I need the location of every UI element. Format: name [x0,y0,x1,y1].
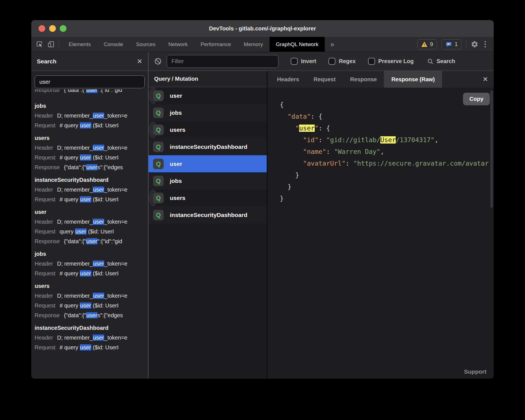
search-result-line[interactable]: HeaderD; remember_user_token=e [35,293,145,299]
result-section-title[interactable]: jobs [35,103,145,109]
detail-tab-headers[interactable]: Headers [270,71,306,88]
result-line-content: # query user ($id: UserI [60,154,119,161]
search-result-line[interactable]: Response{"data":{"users":{"edges [35,312,145,319]
search-result-line[interactable]: Request# query user ($id: UserI [35,122,145,129]
checkbox-icon[interactable] [328,58,335,65]
message-count: 1 [455,41,458,47]
regex-checkbox[interactable]: Regex [328,58,355,65]
search-result-line[interactable]: Request# query user ($id: UserI [35,270,145,277]
search-result-line[interactable]: Response{"data":{"users":{"edges [35,164,145,171]
tab-network[interactable]: Network [162,37,194,52]
result-section-title[interactable]: user [35,209,145,215]
json-token: } [280,183,292,190]
search-result-line[interactable]: Response{"data":{"user":{"id":"gid [35,238,145,245]
json-token [280,113,288,120]
search-match-highlight: user [80,122,91,128]
settings-gear-icon[interactable] [471,40,478,48]
result-line-label: Response [35,312,60,318]
json-token: "avatarUrl" [303,160,345,167]
search-result-line[interactable]: Response{"data":{"user":{"id":"gid [35,89,145,93]
json-token: : { [319,125,330,132]
warning-icon [421,41,428,47]
tab-performance[interactable]: Performance [194,37,237,52]
json-line: "user": { [280,122,494,134]
search-match-highlight: user [86,89,97,93]
issues-badge[interactable]: 1 [442,39,462,49]
search-match-highlight-yellow: user [299,125,314,132]
tab-graphql-network[interactable]: GraphQL Network [269,37,325,52]
query-list-item-jobs[interactable]: Qjobs [149,104,267,121]
title-bar: DevTools - gitlab.com/-/graphql-explorer [31,20,494,37]
search-result-line[interactable]: HeaderD; remember_user_token=e [35,261,145,267]
query-name: users [170,195,185,201]
filter-input[interactable] [167,58,278,65]
search-result-line[interactable]: HeaderD; remember_user_token=e [35,145,145,151]
tab-memory[interactable]: Memory [237,37,269,52]
search-result-line[interactable]: Request# query user ($id: UserI [35,302,145,309]
json-line: "id": "gid://gitlab/User/13704317", [280,134,494,146]
result-line-content: query user ($id: UserI [60,228,114,235]
result-line-label: Response [35,89,60,93]
checkbox-icon[interactable] [368,58,375,65]
search-match-highlight: user [93,145,104,151]
query-name: jobs [170,178,182,184]
json-token: } [280,195,284,202]
tab-elements[interactable]: Elements [62,37,97,52]
search-result-line[interactable]: HeaderD; remember_user_token=e [35,187,145,193]
query-list-item-user[interactable]: Quser [149,155,267,172]
result-line-label: Response [35,238,60,244]
search-result-line[interactable]: Request# query user ($id: UserI [35,344,145,351]
detail-tab-response[interactable]: Response [343,71,384,88]
query-list: QuserQjobsQusersQinstanceSecurityDashboa… [149,87,267,378]
query-list-item-instancesecuritydashboard[interactable]: QinstanceSecurityDashboard [149,206,267,223]
result-section-title[interactable]: users [35,135,145,141]
search-result-line[interactable]: HeaderD; remember_user_token=e [35,113,145,119]
query-mutation-panel: Query / Mutation QuserQjobsQusersQinstan… [149,71,268,378]
search-toggle[interactable]: Search [427,58,455,65]
query-list-item-users[interactable]: Qusers [149,121,157,138]
search-result-line[interactable]: Request# query user ($id: UserI [35,196,145,203]
search-result-line[interactable]: HeaderD; remember_user_token=e [35,219,145,225]
scrollbar-thumb[interactable] [490,90,493,208]
detail-tab-request[interactable]: Request [306,71,343,88]
request-detail-panel: HeadersRequestResponseResponse (Raw)✕ Co… [268,71,494,378]
support-link[interactable]: Support [464,368,486,375]
checkbox-icon[interactable] [291,58,298,65]
close-search-icon[interactable]: ✕ [137,58,142,65]
result-section-title[interactable]: instanceSecurityDashboard [35,325,145,331]
more-options-kebab-icon[interactable] [483,41,488,47]
tab-console[interactable]: Console [97,37,130,52]
json-token: , [435,136,438,144]
search-result-line[interactable]: HeaderD; remember_user_token=e [35,335,145,341]
search-input[interactable] [35,79,144,85]
result-section-title[interactable]: users [35,283,145,289]
more-tabs-chevron-icon[interactable]: » [325,40,340,48]
query-list-item-users[interactable]: Qusers [149,189,157,206]
invert-checkbox[interactable]: Invert [291,58,316,65]
window-title: DevTools - gitlab.com/-/graphql-explorer [31,25,494,32]
search-result-line[interactable]: Request# query user ($id: UserI [35,154,145,161]
query-list-item-instancesecuritydashboard[interactable]: QinstanceSecurityDashboard [149,138,267,155]
close-detail-icon[interactable]: ✕ [483,76,488,83]
query-list-item-jobs[interactable]: Qjobs [149,172,267,189]
warnings-badge[interactable]: 9 [417,39,437,49]
device-toolbar-icon[interactable] [47,40,55,48]
result-line-label: Request [35,270,56,276]
json-token: , [380,148,384,155]
tab-sources[interactable]: Sources [130,37,162,52]
search-match-highlight: user [86,312,97,318]
detail-tab-response-raw[interactable]: Response (Raw) [384,71,442,88]
clear-block-icon[interactable] [154,58,162,65]
preserve-log-label: Preserve Log [378,58,414,65]
search-panel: Search ✕ Response{"data":{"user":{"id":"… [31,52,149,378]
search-result-line[interactable]: Requestquery user ($id: UserI [35,228,145,235]
inspect-element-icon[interactable] [36,40,43,48]
preserve-log-checkbox[interactable]: Preserve Log [368,58,414,65]
result-line-label: Request [35,122,56,128]
result-line-content: {"data":{"user":{"id":"gid [64,238,122,244]
copy-button[interactable]: Copy [463,93,490,105]
query-list-item-user[interactable]: Quser [149,87,157,104]
result-section-title[interactable]: instanceSecurityDashboard [35,177,145,183]
result-section-title[interactable]: jobs [35,251,145,257]
json-token: "https://secure.gravatar.com/avatar [353,160,489,167]
